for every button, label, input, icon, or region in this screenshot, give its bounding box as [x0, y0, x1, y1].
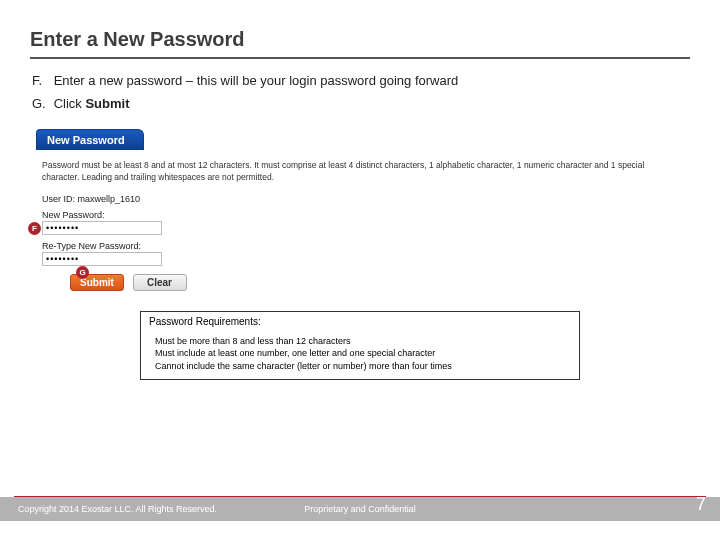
- new-password-input[interactable]: [42, 221, 162, 235]
- page-number: 7: [696, 494, 706, 515]
- page-title: Enter a New Password: [0, 0, 720, 57]
- user-id-row: User ID: maxwellp_1610: [42, 194, 678, 204]
- instruction-list: F. Enter a new password – this will be y…: [0, 73, 720, 111]
- clear-button[interactable]: Clear: [133, 274, 187, 291]
- retype-password-label: Re-Type New Password:: [42, 241, 141, 251]
- req-line-2: Must include at least one number, one le…: [155, 347, 565, 360]
- retype-password-row: Re-Type New Password:: [42, 241, 678, 266]
- password-requirements-box: Password Requirements: Must be more than…: [140, 311, 580, 380]
- new-password-row: New Password:: [42, 210, 678, 235]
- footer-copyright: Copyright 2014 Exostar LLC. All Rights R…: [18, 504, 217, 514]
- new-password-label: New Password:: [42, 210, 105, 220]
- button-row: Submit Clear: [70, 274, 678, 291]
- step-f: F. Enter a new password – this will be y…: [32, 73, 688, 88]
- retype-password-input[interactable]: [42, 252, 162, 266]
- slide-footer: Copyright 2014 Exostar LLC. All Rights R…: [0, 496, 720, 540]
- footer-band: Copyright 2014 Exostar LLC. All Rights R…: [0, 497, 720, 521]
- step-f-text: Enter a new password – this will be your…: [54, 73, 459, 88]
- callout-badge-g: G: [76, 266, 89, 279]
- password-requirements-title: Password Requirements:: [141, 312, 579, 331]
- step-g-text: Click: [54, 96, 86, 111]
- password-rules-text: Password must be at least 8 and at most …: [42, 160, 678, 184]
- user-id-label: User ID:: [42, 194, 75, 204]
- step-g: G. Click Submit: [32, 96, 688, 111]
- footer-proprietary: Proprietary and Confidential: [304, 504, 416, 514]
- req-line-3: Cannot include the same character (lette…: [155, 360, 565, 373]
- step-g-letter: G.: [32, 96, 50, 111]
- step-g-bold: Submit: [85, 96, 129, 111]
- tab-new-password[interactable]: New Password: [36, 129, 144, 150]
- title-underline: [30, 57, 690, 59]
- password-requirements-body: Must be more than 8 and less than 12 cha…: [141, 331, 579, 379]
- password-panel: Password must be at least 8 and at most …: [30, 150, 690, 305]
- step-f-letter: F.: [32, 73, 50, 88]
- user-id-value: maxwellp_1610: [78, 194, 141, 204]
- req-line-1: Must be more than 8 and less than 12 cha…: [155, 335, 565, 348]
- embedded-screenshot: New Password Password must be at least 8…: [30, 129, 690, 305]
- callout-badge-f: F: [28, 222, 41, 235]
